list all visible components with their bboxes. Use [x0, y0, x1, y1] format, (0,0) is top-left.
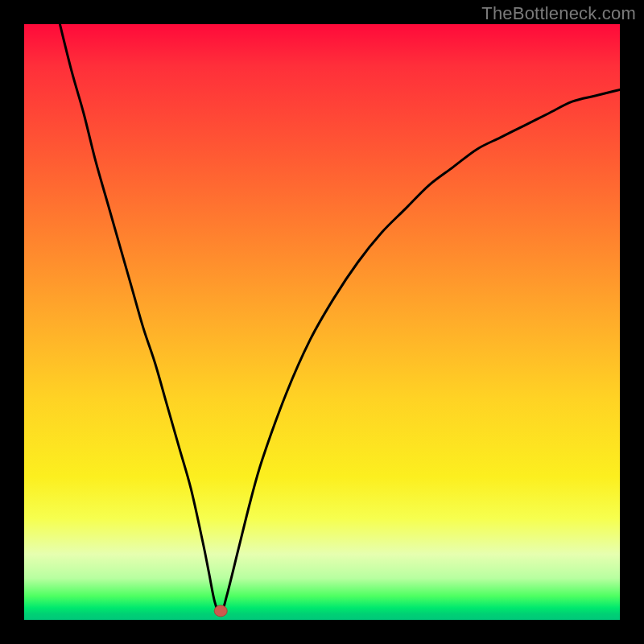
plot-area: [24, 24, 620, 620]
minimum-marker: [214, 605, 227, 617]
watermark-text: TheBottleneck.com: [481, 3, 636, 24]
marker-layer: [24, 24, 620, 620]
chart-frame: TheBottleneck.com: [0, 0, 644, 644]
